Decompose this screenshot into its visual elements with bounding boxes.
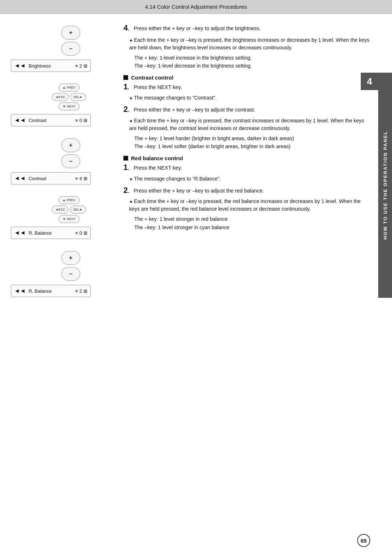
contrast-heading: Contrast control bbox=[123, 74, 370, 81]
contrast-keypad: + – bbox=[29, 137, 113, 169]
arrow-left-contrast-0: ◄◄ bbox=[14, 117, 26, 123]
step-4-main-text: Press either the + key or –key to adjust… bbox=[134, 25, 261, 33]
contrast-minus-info-text: The –key: 1 level softer (darker in brig… bbox=[134, 142, 370, 150]
contrast-step-2: 2. Press either the + key or –key to adj… bbox=[123, 106, 370, 151]
rb-plus-icon-2: ⊞ bbox=[83, 288, 87, 294]
rb-value-area-0: ≡ 0 ⊞ bbox=[75, 230, 87, 236]
contrast-key-info: The + key: 1 level harder (brighter in b… bbox=[134, 134, 370, 151]
sel-button[interactable]: SEL► bbox=[70, 93, 86, 101]
contrast-value-area-0: ≡ 0 ⊞ bbox=[75, 118, 87, 123]
brightness-value: 2 bbox=[79, 63, 82, 69]
redbalance-display-0: ◄◄ R. Balance ≡ 0 ⊞ bbox=[11, 227, 91, 239]
step-4-content: Press either the + key or –key to adjust… bbox=[134, 25, 261, 34]
arrow-left-brightness: ◄◄ bbox=[14, 62, 26, 69]
contrast-label-0: Contrast bbox=[29, 118, 73, 123]
contrast-plus-icon-4: ⊞ bbox=[83, 176, 87, 181]
brightness-minus-info-text: The –key: 1-level decrease in the bright… bbox=[134, 62, 370, 70]
header-title: 4.14 Color Control Adjustment Procedures bbox=[145, 4, 247, 10]
prev-button-rb[interactable]: ▲ PREV bbox=[58, 196, 79, 204]
plus-key-contrast[interactable]: + bbox=[61, 138, 80, 152]
rb-step-1: 1. Press the NEXT key. The message chang… bbox=[123, 164, 370, 183]
chapter-badge: 4 bbox=[361, 73, 378, 90]
brightness-plus-icon: ⊞ bbox=[83, 63, 87, 69]
redbalance-nav-cluster: ▲ PREV ◄ESC SEL► ▼ NEXT bbox=[25, 195, 113, 224]
rb-menu-icon-2: ≡ bbox=[75, 288, 78, 294]
contrast-step-2-text: Press either the + key or –key to adjust… bbox=[134, 106, 255, 114]
brightness-plus-info-text: The + key: 1-level increase in the brigh… bbox=[134, 54, 370, 62]
next-button[interactable]: ▼ NEXT bbox=[58, 102, 79, 110]
rb-step-1-text: Press the NEXT key. bbox=[134, 164, 182, 172]
contrast-label-4: Contrast bbox=[29, 176, 73, 181]
contrast-value-0: 0 bbox=[79, 118, 82, 123]
header-bar: 4.14 Color Control Adjustment Procedures bbox=[0, 0, 392, 14]
brightness-label: Brightness bbox=[29, 63, 73, 69]
arrow-left-rb-2: ◄◄ bbox=[14, 288, 26, 294]
rb-keypad: + – bbox=[29, 250, 113, 282]
rb-plus-info-text: The + key: 1 level stronger in red balan… bbox=[134, 215, 370, 223]
contrast-nav-cluster-1: ▲ PREV ◄ESC SEL► ▼ NEXT bbox=[25, 83, 113, 111]
contrast-plus-icon-0: ⊞ bbox=[83, 118, 87, 123]
brightness-display: ◄◄ Brightness ≡ 2 ⊞ bbox=[11, 60, 91, 72]
contrast-value-4: 4 bbox=[79, 176, 82, 181]
red-balance-control-section: Red balance control 1. Press the NEXT ke… bbox=[123, 155, 370, 231]
arrow-left-contrast-4: ◄◄ bbox=[14, 175, 26, 182]
contrast-display-4: ◄◄ Contrast ≡ 4 ⊞ bbox=[11, 172, 91, 185]
brightness-plus-key-info: The + key: 1-level increase in the brigh… bbox=[134, 54, 370, 70]
redbalance-display-2: ◄◄ R. Balance ≡ 2 ⊞ bbox=[11, 285, 91, 297]
nav-row-prev-rb: ▲ PREV bbox=[58, 196, 79, 204]
rb-label-2: R. Balance bbox=[29, 288, 73, 294]
nav-row-esc-sel: ◄ESC SEL► bbox=[52, 93, 86, 101]
red-balance-heading-text: Red balance control bbox=[131, 155, 183, 161]
sel-button-rb[interactable]: SEL► bbox=[70, 206, 86, 214]
rb-step-2-text: Press either the + key or –key to adjust… bbox=[134, 187, 264, 195]
nav-row-esc-sel-rb: ◄ESC SEL► bbox=[52, 206, 86, 214]
prev-button[interactable]: ▲ PREV bbox=[58, 84, 79, 92]
chapter-number: 4 bbox=[367, 76, 372, 87]
contrast-step-2-star: Each time the + key or –key is pressed, … bbox=[123, 117, 370, 132]
arrow-left-rb-0: ◄◄ bbox=[14, 230, 26, 236]
side-tab: HOW TO USE THE OPERATION PANEL bbox=[378, 73, 392, 298]
minus-key-brightness[interactable]: – bbox=[61, 42, 80, 56]
plus-key-brightness[interactable]: + bbox=[61, 26, 80, 40]
esc-button-rb[interactable]: ◄ESC bbox=[52, 206, 68, 214]
red-balance-heading: Red balance control bbox=[123, 155, 370, 161]
step-number-4: 4. bbox=[123, 24, 129, 32]
nav-row-next-rb: ▼ NEXT bbox=[58, 215, 79, 223]
contrast-step-1: 1. Press the NEXT key. The message chang… bbox=[123, 84, 370, 102]
nav-row-next: ▼ NEXT bbox=[58, 102, 79, 110]
black-square-contrast bbox=[123, 75, 128, 80]
rb-value-0: 0 bbox=[79, 230, 82, 236]
rb-value-area-2: ≡ 2 ⊞ bbox=[75, 288, 87, 294]
brightness-diagram: + – ◄◄ Brightness ≡ 2 ⊞ bbox=[7, 25, 113, 72]
redbalance-diagram-top: ▲ PREV ◄ESC SEL► ▼ NEXT ◄◄ R. Balance ≡ … bbox=[7, 195, 113, 239]
contrast-display-0: ◄◄ Contrast ≡ 0 ⊞ bbox=[11, 114, 91, 126]
rb-key-info: The + key: 1 level stronger in red balan… bbox=[134, 215, 370, 231]
brightness-keypad: + – bbox=[29, 25, 113, 57]
rb-label-0: R. Balance bbox=[29, 230, 73, 236]
contrast-menu-icon-4: ≡ bbox=[75, 176, 78, 181]
redbalance-diagram-bottom: + – ◄◄ R. Balance ≡ 2 ⊞ bbox=[7, 250, 113, 297]
next-button-rb[interactable]: ▼ NEXT bbox=[58, 215, 79, 223]
rb-step-2: 2. Press either the + key or –key to adj… bbox=[123, 187, 370, 232]
rb-step-1-star: The message changes to "R.Balance". bbox=[123, 175, 370, 183]
esc-button[interactable]: ◄ESC bbox=[52, 93, 68, 101]
contrast-step-1-text: Press the NEXT key. bbox=[134, 84, 182, 92]
rb-step-1-content: Press the NEXT key. bbox=[134, 164, 182, 174]
rb-step-2-star: Each time the + key or –key is pressed, … bbox=[123, 198, 370, 213]
main-content: + – ◄◄ Brightness ≡ 2 ⊞ ▲ PREV ◄ESC bbox=[0, 14, 392, 315]
black-square-rb bbox=[123, 156, 128, 161]
right-column: 4. Press either the + key or –key to adj… bbox=[120, 25, 370, 308]
step-4-brightness: 4. Press either the + key or –key to adj… bbox=[123, 25, 370, 70]
plus-key-rb[interactable]: + bbox=[61, 251, 80, 265]
rb-menu-icon-0: ≡ bbox=[75, 230, 78, 236]
contrast-diagram-top: ▲ PREV ◄ESC SEL► ▼ NEXT ◄◄ Contrast ≡ 0 … bbox=[7, 83, 113, 126]
minus-key-contrast[interactable]: – bbox=[61, 154, 80, 168]
minus-key-rb[interactable]: – bbox=[61, 267, 80, 281]
rb-step-num-2: 2. bbox=[123, 186, 129, 194]
nav-row-prev: ▲ PREV bbox=[58, 84, 79, 92]
rb-step-num-1: 1. bbox=[123, 163, 129, 171]
brightness-menu-icon: ≡ bbox=[75, 63, 78, 69]
contrast-menu-icon-0: ≡ bbox=[75, 118, 78, 123]
contrast-control-section: Contrast control 1. Press the NEXT key. … bbox=[123, 74, 370, 151]
contrast-step-num-1: 1. bbox=[123, 83, 129, 91]
